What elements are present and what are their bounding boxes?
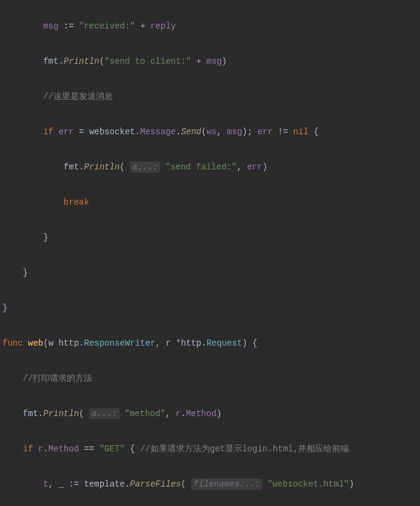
code-line: fmt.Println( a...: "send failed:", err) [2, 159, 418, 176]
code-line: //打印请求的方法 [2, 370, 418, 388]
code-editor[interactable]: msg := "received:" + reply fmt.Println("… [0, 0, 420, 506]
param-hint: a...: [130, 162, 160, 173]
code-line: t, _ := template.ParseFiles( filenames..… [2, 476, 418, 493]
param-hint: a...: [89, 408, 120, 419]
param-hint: filenames...: [191, 479, 262, 490]
code-line: } [2, 264, 418, 282]
code-line: fmt.Println( a...: "method", r.Method) [2, 405, 418, 423]
code-line: func web(w http.ResponseWriter, r *http.… [2, 335, 418, 352]
code-line: if r.Method == "GET" { //如果请求方法为get显示log… [2, 440, 418, 458]
code-line: } [2, 299, 418, 317]
code-line: if err = websocket.Message.Send(ws, msg)… [2, 123, 418, 141]
code-line: fmt.Println("send to client:" + msg) [2, 53, 418, 70]
code-line: } [2, 229, 418, 247]
code-line: msg := "received:" + reply [2, 18, 418, 35]
code-line: break [2, 194, 418, 211]
code-line: //这里是发送消息 [2, 88, 418, 106]
